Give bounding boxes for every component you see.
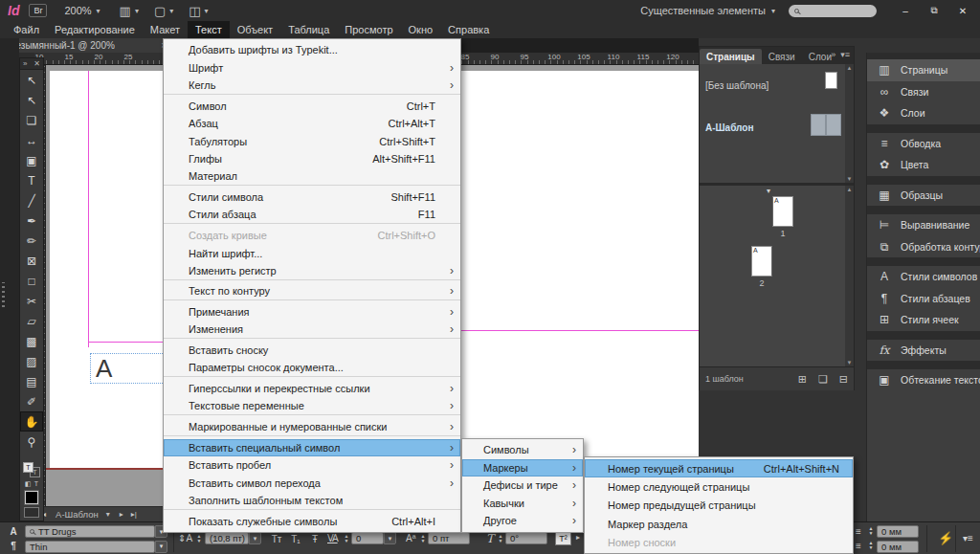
menubar-item[interactable]: Текст <box>188 21 230 38</box>
master-page-row[interactable]: [Без шаблона] <box>700 64 845 106</box>
menu-item[interactable]: Изменить регистр › <box>164 262 460 280</box>
pencil-tool[interactable]: ✏ <box>20 231 43 251</box>
strikethrough-button[interactable]: Ŧ <box>306 531 323 546</box>
menu-item[interactable]: Текстовые переменные › <box>164 398 460 416</box>
dock-panel-button[interactable]: ✿ Цвета <box>867 154 980 176</box>
menu-item[interactable]: Номер следующей страницы <box>585 477 853 496</box>
kerning-stepper[interactable]: ▲▼ <box>343 532 350 545</box>
pen-tool[interactable]: ✒ <box>20 211 43 231</box>
menu-item[interactable]: Маркированные и нумерованные списки › <box>164 418 460 436</box>
dock-panel-button[interactable]: A Стили символов <box>867 266 980 288</box>
menu-item[interactable]: Кавычки › <box>462 495 583 513</box>
minimize-button[interactable]: – <box>892 3 919 18</box>
menu-item[interactable]: Вставить символ перехода › <box>164 475 460 493</box>
menu-item[interactable]: Номер текущей страницы Ctrl+Alt+Shift+N <box>585 459 853 477</box>
leading-dropdown-icon[interactable]: ▾ <box>249 532 261 544</box>
menu-item[interactable]: Текст по контуру › <box>164 283 460 301</box>
new-page-icon[interactable]: ❏ <box>818 373 828 386</box>
dock-panel-button[interactable]: ∞ Связи <box>867 81 980 103</box>
menu-item[interactable]: Создать кривые Ctrl+Shift+O › <box>164 227 460 245</box>
dock-panel-button[interactable]: ⧉ Обработка контуров <box>867 236 980 258</box>
next-page-button[interactable]: ▸ <box>120 510 123 519</box>
dock-panel-button[interactable]: ⊨ Выравнивание <box>867 214 980 236</box>
dock-panel-button[interactable]: ⊞ Стили ячеек <box>867 309 980 331</box>
menubar-item[interactable]: Файл <box>6 21 47 38</box>
workspace-switcher[interactable]: Существенные элементы ▾ <box>640 5 775 16</box>
menu-item[interactable]: Параметры сносок документа... › <box>164 360 460 378</box>
view-options-button[interactable]: ▥ ▾ <box>120 4 139 18</box>
menu-item[interactable]: Гиперссылки и перекрестные ссылки › <box>164 380 460 398</box>
leading-field[interactable]: (10,8 пт) <box>205 532 249 544</box>
apply-to-container-icon[interactable]: ◧ <box>25 480 32 488</box>
menubar-item[interactable]: Редактирование <box>47 21 143 38</box>
baseline-shift-field[interactable]: 0 пт <box>428 532 470 544</box>
eyedropper-tool[interactable]: ✐ <box>20 391 43 411</box>
arrange-documents-button[interactable]: ◫ ▾ <box>189 4 208 18</box>
menu-item[interactable]: Заполнить шаблонным текстом › <box>164 492 460 510</box>
menu-item[interactable]: Шрифт › <box>164 59 460 78</box>
character-rotation-button[interactable]: T² <box>555 531 571 545</box>
menubar-item[interactable]: Справка <box>440 21 497 38</box>
menu-item[interactable]: Кегль › <box>164 77 460 95</box>
scroll-down-icon[interactable]: ▼ <box>847 176 853 182</box>
dock-panel-button[interactable]: ▦ Образцы <box>867 185 980 207</box>
panel-menu-icon[interactable]: ▾≡ <box>840 50 850 59</box>
paragraph-formatting-mode-button[interactable]: ¶ <box>8 541 19 551</box>
master-page-row[interactable]: А-Шаблон <box>700 106 845 148</box>
bridge-button[interactable]: Br <box>29 4 47 17</box>
more-options-arrow-icon[interactable]: ▸ <box>576 533 580 542</box>
direct-selection-tool[interactable]: ↖ <box>20 90 43 110</box>
all-caps-button[interactable]: Tт <box>268 531 285 546</box>
masters-scrollbar[interactable]: ▲ ▼ <box>845 64 854 183</box>
panel-tab[interactable]: Связи <box>762 49 802 64</box>
indent-right-stepper[interactable]: ▲▼ <box>867 539 875 552</box>
page-select-dropdown[interactable]: А-Шаблон ▾ <box>50 508 116 521</box>
page-tool[interactable]: ❏ <box>20 110 43 130</box>
restore-button[interactable]: ⧉ <box>921 3 947 18</box>
menu-item[interactable]: Абзац Ctrl+Alt+T › <box>164 115 460 133</box>
menu-item[interactable]: Вставить сноску › <box>164 342 460 360</box>
content-collector-tool[interactable]: ▣ <box>20 150 43 170</box>
menu-item[interactable]: Стили символа Shift+F11 › <box>164 188 460 207</box>
indent-left-stepper[interactable]: ▲▼ <box>867 524 875 538</box>
menu-item[interactable]: Номер предыдущей страницы <box>585 497 853 515</box>
menubar-item[interactable]: Просмотр <box>337 21 400 38</box>
quick-apply-icon[interactable]: ⚡ <box>938 531 953 545</box>
scroll-down-icon[interactable]: ▼ <box>847 360 853 366</box>
menu-item[interactable]: Маркер раздела <box>585 515 853 533</box>
hand-tool[interactable]: ✋ <box>20 411 43 432</box>
control-panel-menu-icon[interactable]: ▾≡ <box>963 533 973 543</box>
dock-panel-button[interactable]: ▥ Страницы <box>867 59 980 81</box>
apply-to-text-icon[interactable]: T <box>34 480 38 488</box>
gap-tool[interactable]: ↔ <box>20 130 43 150</box>
dock-panel-button[interactable]: ▣ Обтекание текстом <box>867 369 980 391</box>
note-tool[interactable]: ▤ <box>20 371 43 391</box>
collapse-panel-icon[interactable]: » <box>23 59 27 68</box>
menubar-item[interactable]: Макет <box>143 21 188 38</box>
menu-item[interactable]: Вставить специальный символ › <box>164 439 460 457</box>
selection-tool[interactable]: ↖ <box>20 70 43 90</box>
menubar-item[interactable]: Окно <box>401 21 441 38</box>
indent-right-field[interactable]: 0 мм <box>877 541 919 553</box>
menu-item[interactable]: Символ Ctrl+T › <box>164 98 460 116</box>
menu-item[interactable]: Маркеры › <box>462 459 583 477</box>
frame-tool[interactable]: ⊠ <box>20 251 43 271</box>
menu-item[interactable]: Вставить пробел › <box>164 456 460 475</box>
fill-color-swatch[interactable] <box>25 491 38 504</box>
menu-item[interactable]: Найти шрифт... › <box>164 245 460 263</box>
font-style-field[interactable]: Thin <box>25 541 155 553</box>
rectangle-tool[interactable]: □ <box>20 271 43 291</box>
dock-panel-button[interactable]: fx Эффекты <box>867 340 980 362</box>
menu-item[interactable]: Стили абзаца F11 › <box>164 207 460 225</box>
scroll-up-icon[interactable]: ▲ <box>847 65 853 71</box>
menu-item[interactable]: Табуляторы Ctrl+Shift+T › <box>164 133 460 151</box>
type-tool[interactable]: T <box>20 170 43 190</box>
font-family-field[interactable]: TT Drugs <box>25 525 155 538</box>
menubar-item[interactable]: Таблица <box>280 21 337 38</box>
menu-item[interactable]: Изменения › <box>164 321 460 340</box>
menu-item[interactable]: Другое › <box>462 512 583 530</box>
zoom-tool[interactable]: ⚲ <box>20 432 43 452</box>
menu-item[interactable]: Номер сноски <box>585 533 853 551</box>
collapse-panel-icon[interactable]: » <box>831 50 835 59</box>
dock-panel-button[interactable]: ¶ Стили абзацев <box>867 288 980 310</box>
